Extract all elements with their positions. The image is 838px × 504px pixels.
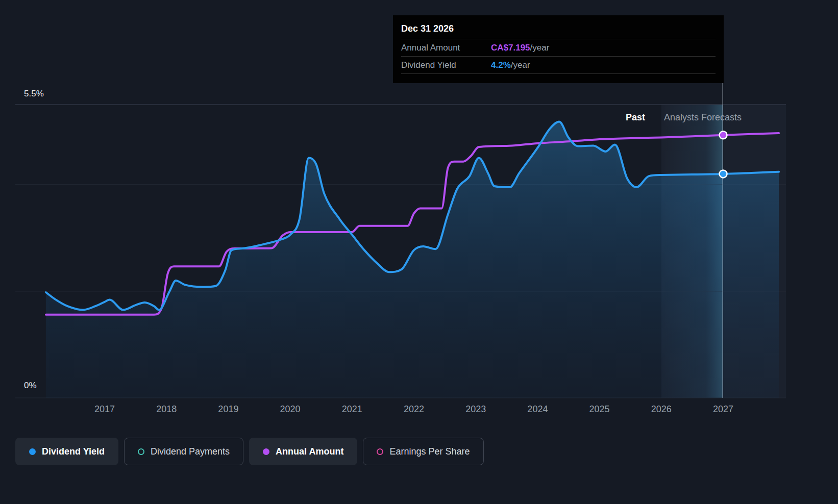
- x-axis: 2017201820192020202120222023202420252026…: [0, 404, 838, 417]
- marker-annual-amount[interactable]: [720, 131, 727, 139]
- x-axis-label: 2026: [651, 404, 672, 415]
- x-axis-label: 2022: [404, 404, 424, 415]
- dividend-payments-ring-icon: [138, 448, 144, 455]
- x-axis-label: 2020: [280, 404, 301, 415]
- dividend-yield-dot-icon: [29, 448, 36, 455]
- x-axis-label: 2023: [465, 404, 486, 415]
- annual-amount-dot-icon: [263, 448, 269, 455]
- legend-label: Earnings Per Share: [389, 446, 470, 457]
- x-axis-label: 2025: [589, 404, 610, 415]
- earnings-per-share-ring-icon: [377, 448, 383, 455]
- marker-dividend-yield[interactable]: [720, 170, 727, 178]
- forecast-region-label: Analysts Forecasts: [664, 112, 742, 123]
- legend-label: Dividend Payments: [151, 446, 230, 457]
- tooltip-row-dividend-yield: Dividend Yield 4.2%/year: [401, 56, 716, 74]
- tooltip-date: Dec 31 2026: [401, 20, 716, 39]
- x-axis-label: 2027: [713, 404, 733, 415]
- y-axis-bottom-label: 0%: [24, 381, 37, 391]
- legend-label: Annual Amount: [276, 446, 343, 457]
- tooltip-value: CA$7.195: [491, 43, 530, 53]
- x-axis-label: 2019: [218, 404, 238, 415]
- y-axis-top-label: 5.5%: [24, 89, 44, 99]
- past-region-label: Past: [626, 112, 645, 123]
- tooltip: Dec 31 2026 Annual Amount CA$7.195/year …: [393, 15, 724, 83]
- tooltip-label: Annual Amount: [401, 43, 491, 53]
- legend-toggle-dividend-yield[interactable]: Dividend Yield: [15, 438, 118, 465]
- legend: Dividend Yield Dividend Payments Annual …: [15, 438, 484, 465]
- legend-label: Dividend Yield: [42, 446, 105, 457]
- legend-toggle-earnings-per-share[interactable]: Earnings Per Share: [363, 438, 483, 465]
- tooltip-value: 4.2%: [491, 60, 511, 70]
- tooltip-value-suffix: /year: [511, 60, 530, 70]
- tooltip-label: Dividend Yield: [401, 60, 491, 70]
- tooltip-value-suffix: /year: [530, 43, 550, 53]
- x-axis-label: 2018: [156, 404, 177, 415]
- x-axis-label: 2024: [527, 404, 548, 415]
- x-axis-label: 2017: [94, 404, 115, 415]
- legend-toggle-dividend-payments[interactable]: Dividend Payments: [124, 438, 243, 465]
- dividend-history-forecast-chart: 5.5% 0% Past Analysts Forecasts 20172018…: [0, 0, 838, 504]
- legend-toggle-annual-amount[interactable]: Annual Amount: [249, 438, 357, 465]
- tooltip-row-annual-amount: Annual Amount CA$7.195/year: [401, 39, 716, 56]
- x-axis-label: 2021: [342, 404, 362, 415]
